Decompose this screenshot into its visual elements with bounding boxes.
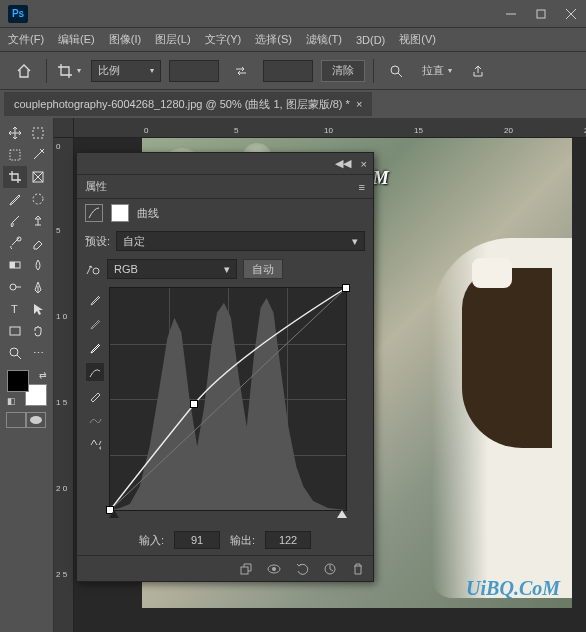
reset-icon[interactable] bbox=[321, 560, 339, 578]
brand-watermark: UiBQ.CoM bbox=[466, 577, 560, 600]
share-icon[interactable] bbox=[464, 58, 492, 84]
menu-image[interactable]: 图像(I) bbox=[109, 32, 141, 47]
default-colors-icon[interactable]: ◧ bbox=[7, 396, 16, 406]
gradient-tool[interactable] bbox=[3, 254, 27, 276]
delete-adjustment-icon[interactable] bbox=[349, 560, 367, 578]
crop-width-input[interactable] bbox=[169, 60, 219, 82]
document-tab-close-icon[interactable]: × bbox=[356, 98, 362, 110]
curves-sampler-tools bbox=[85, 287, 105, 511]
crop-clear-button[interactable]: 清除 bbox=[321, 60, 365, 82]
crop-tool[interactable] bbox=[3, 166, 27, 188]
curve-path[interactable] bbox=[110, 288, 346, 510]
straighten-button[interactable]: 拉直▾ bbox=[418, 58, 456, 84]
panel-tab-properties[interactable]: 属性 bbox=[85, 179, 107, 194]
layer-mask-icon[interactable] bbox=[111, 204, 129, 222]
svg-rect-1 bbox=[537, 10, 545, 18]
brush-tool[interactable] bbox=[3, 210, 27, 232]
targeted-adjust-icon[interactable] bbox=[85, 262, 101, 276]
menu-file[interactable]: 文件(F) bbox=[8, 32, 44, 47]
ruler-horizontal[interactable]: 0 5 10 15 20 25 bbox=[74, 118, 586, 138]
curve-point-highlight[interactable] bbox=[342, 284, 350, 292]
frame-tool[interactable] bbox=[27, 166, 51, 188]
curve-point-mid[interactable] bbox=[190, 400, 198, 408]
dodge-tool[interactable] bbox=[3, 276, 27, 298]
channel-row: RGB▾ 自动 bbox=[77, 255, 373, 283]
smooth-curve-icon[interactable] bbox=[86, 411, 104, 429]
crop-ratio-select[interactable]: 比例▾ bbox=[91, 60, 161, 82]
path-selection-tool[interactable] bbox=[27, 298, 51, 320]
document-tab-bar: couplephotography-6004268_1280.jpg @ 50%… bbox=[0, 90, 586, 118]
curve-pencil-tool-icon[interactable] bbox=[86, 387, 104, 405]
home-button[interactable] bbox=[10, 58, 38, 84]
eraser-tool[interactable] bbox=[27, 232, 51, 254]
ruler-vertical[interactable]: 0 5 1 0 1 5 2 0 2 5 3 0 bbox=[54, 138, 74, 632]
panel-close-icon[interactable]: × bbox=[361, 158, 367, 170]
edit-toolbar-button[interactable]: ⋯ bbox=[27, 342, 51, 364]
artboard-tool[interactable] bbox=[27, 122, 51, 144]
clone-stamp-tool[interactable] bbox=[27, 210, 51, 232]
curves-graph[interactable] bbox=[109, 287, 347, 511]
menu-edit[interactable]: 编辑(E) bbox=[58, 32, 95, 47]
eyedropper-neutral-icon[interactable] bbox=[86, 291, 104, 309]
blur-tool[interactable] bbox=[27, 254, 51, 276]
rectangle-tool[interactable] bbox=[3, 320, 27, 342]
crop-tool-indicator-icon[interactable]: ▾ bbox=[55, 58, 83, 84]
svg-rect-6 bbox=[33, 128, 43, 138]
window-maximize-button[interactable] bbox=[534, 7, 548, 21]
color-swatches[interactable]: ⇄ ◧ bbox=[7, 370, 47, 406]
canvas-area: 0 5 10 15 20 25 0 5 1 0 1 5 2 0 2 5 3 0 … bbox=[54, 118, 586, 632]
pen-tool[interactable] bbox=[27, 276, 51, 298]
channel-select[interactable]: RGB▾ bbox=[107, 259, 237, 279]
menu-3d[interactable]: 3D(D) bbox=[356, 34, 385, 46]
svg-rect-23 bbox=[241, 567, 248, 574]
crop-height-input[interactable] bbox=[263, 60, 313, 82]
search-button[interactable] bbox=[382, 58, 410, 84]
menubar: 文件(F) 编辑(E) 图像(I) 图层(L) 文字(Y) 选择(S) 滤镜(T… bbox=[0, 28, 586, 52]
marquee-tool[interactable] bbox=[3, 144, 27, 166]
clip-warning-icon[interactable] bbox=[86, 435, 104, 453]
foreground-color[interactable] bbox=[7, 370, 29, 392]
menu-type[interactable]: 文字(Y) bbox=[205, 32, 242, 47]
quick-mask-toggle[interactable] bbox=[6, 412, 50, 428]
white-point-slider[interactable] bbox=[337, 510, 347, 518]
ruler-origin[interactable] bbox=[54, 118, 74, 138]
preset-select[interactable]: 自定▾ bbox=[116, 231, 365, 251]
magic-wand-tool[interactable] bbox=[27, 144, 51, 166]
history-brush-tool[interactable] bbox=[3, 232, 27, 254]
curve-output-field[interactable] bbox=[265, 531, 311, 549]
curve-point-tool-icon[interactable] bbox=[86, 363, 104, 381]
window-minimize-button[interactable] bbox=[504, 7, 518, 21]
move-tool[interactable] bbox=[3, 122, 27, 144]
clip-to-layer-icon[interactable] bbox=[237, 560, 255, 578]
panel-collapse-icon[interactable]: ◀◀ bbox=[335, 157, 351, 170]
menu-select[interactable]: 选择(S) bbox=[255, 32, 292, 47]
hand-tool[interactable] bbox=[27, 320, 51, 342]
panel-menu-icon[interactable]: ≡ bbox=[359, 181, 365, 193]
input-sliders bbox=[110, 510, 346, 520]
svg-point-19 bbox=[10, 348, 18, 356]
previous-state-icon[interactable] bbox=[293, 560, 311, 578]
menu-view[interactable]: 视图(V) bbox=[399, 32, 436, 47]
patch-tool[interactable] bbox=[27, 188, 51, 210]
curve-input-field[interactable] bbox=[174, 531, 220, 549]
type-tool[interactable]: T bbox=[3, 298, 27, 320]
toolbox: T ⋯ ⇄ ◧ bbox=[0, 118, 54, 632]
toggle-visibility-icon[interactable] bbox=[265, 560, 283, 578]
panel-header[interactable]: ◀◀ × bbox=[77, 153, 373, 175]
swap-dimensions-button[interactable] bbox=[227, 58, 255, 84]
crop-ratio-label: 比例 bbox=[98, 63, 120, 78]
eyedropper-white-icon[interactable] bbox=[86, 339, 104, 357]
eyedropper-tool[interactable] bbox=[3, 188, 27, 210]
window-close-button[interactable] bbox=[564, 7, 578, 21]
zoom-tool[interactable] bbox=[3, 342, 27, 364]
svg-text:T: T bbox=[11, 303, 18, 315]
auto-button[interactable]: 自动 bbox=[243, 259, 283, 279]
swap-colors-icon[interactable]: ⇄ bbox=[39, 370, 47, 380]
svg-rect-14 bbox=[10, 262, 15, 268]
menu-layer[interactable]: 图层(L) bbox=[155, 32, 190, 47]
black-point-slider[interactable] bbox=[109, 510, 119, 518]
document-tab[interactable]: couplephotography-6004268_1280.jpg @ 50%… bbox=[4, 92, 372, 116]
document-tab-title: couplephotography-6004268_1280.jpg @ 50%… bbox=[14, 97, 350, 112]
eyedropper-gray-icon[interactable] bbox=[86, 315, 104, 333]
menu-filter[interactable]: 滤镜(T) bbox=[306, 32, 342, 47]
